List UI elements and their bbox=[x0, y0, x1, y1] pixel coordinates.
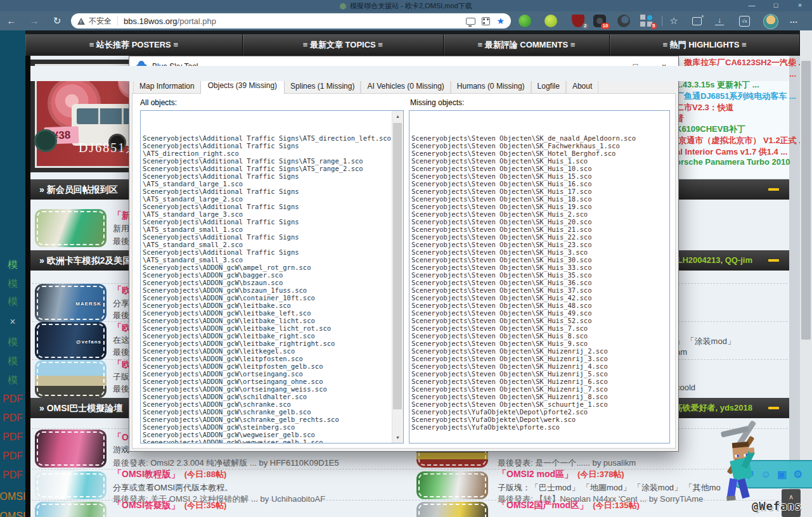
object-path-item[interactable]: Sceneryobjects\Additional Traffic Signs bbox=[143, 172, 390, 180]
missing-object-path-item[interactable]: Sceneryobjects\Steven Objecten\SK_Huis_2… bbox=[411, 226, 667, 233]
scroll-up-arrow[interactable]: ▲ bbox=[392, 111, 403, 122]
object-path-item[interactable]: Sceneryobjects\Additional Traffic Signs\… bbox=[143, 157, 390, 165]
portal-text[interactable]: 最後 bbox=[113, 383, 129, 395]
missing-object-path-item[interactable]: Sceneryobjects\Steven Objecten\SK_Huis_1… bbox=[411, 195, 667, 203]
forum-title[interactable]: 「OMSI2 mod區」(今日:378帖) bbox=[498, 469, 624, 480]
forum-thumbnail[interactable] bbox=[35, 430, 106, 468]
dialog-tab[interactable]: Map Information bbox=[133, 79, 201, 93]
forum-thumbnail[interactable] bbox=[35, 502, 106, 517]
missing-object-path-item[interactable]: Sceneryobjects\YufaObjekte\pforte.sco bbox=[411, 423, 667, 431]
missing-object-path-item[interactable]: Sceneryobjects\Steven Objecten\SK_Huizen… bbox=[411, 370, 667, 378]
portal-text[interactable]: 最後 bbox=[113, 236, 129, 247]
forum-title-link[interactable]: 「OMSI答疑版」 bbox=[113, 500, 180, 510]
missing-object-path-item[interactable]: Sceneryobjects\Steven Objecten\SK_Huis_2… bbox=[411, 218, 667, 226]
portal-nav-item[interactable]: ≡ 站长推荐 POSTERS ≡ bbox=[25, 34, 243, 56]
object-path-item[interactable]: Sceneryobjects\ADDON_gcW\ortseingang_wei… bbox=[143, 385, 390, 393]
missing-object-path-item[interactable]: Sceneryobjects\Steven Objecten\SK_Huis_8… bbox=[411, 332, 667, 340]
forum-title-link[interactable]: 「OMSI2国产mod区」 bbox=[498, 500, 588, 510]
object-path-item[interactable]: \ATS_standard_large_1.sco bbox=[143, 180, 390, 188]
missing-object-path-item[interactable]: Sceneryobjects\Steven Objecten\SK_Huis_3… bbox=[411, 279, 667, 286]
collapse-icon[interactable] bbox=[768, 259, 779, 262]
missing-object-path-item[interactable]: Sceneryobjects\Steven Objecten\SK_de_naa… bbox=[411, 134, 667, 142]
object-path-item[interactable]: Sceneryobjects\ADDON_gcW\ortseingang.sco bbox=[143, 370, 390, 378]
missing-object-path-item[interactable]: Sceneryobjects\Steven Objecten\SK_Huis_1… bbox=[411, 172, 667, 180]
missing-object-path-item[interactable]: Sceneryobjects\YufaObjekte\Depot\pforte2… bbox=[411, 408, 667, 416]
object-path-item[interactable]: Sceneryobjects\ADDON_gcW\container_10ft.… bbox=[143, 294, 390, 302]
missing-object-path-item[interactable]: Sceneryobjects\Steven Objecten\SK_Huis_5… bbox=[411, 317, 667, 324]
object-path-item[interactable]: Sceneryobjects\ADDON_gcW\ortseingang_ohn… bbox=[143, 378, 390, 385]
missing-object-path-item[interactable]: Sceneryobjects\Steven Objecten\SK_Huis_3… bbox=[411, 256, 667, 264]
portal-text[interactable]: 厂鱼通DJ6851系列纯电动客车 ... bbox=[676, 91, 796, 102]
portal-text[interactable]: -京通市（虚拟北京市） V1.2正式 ... bbox=[676, 135, 806, 146]
object-path-item[interactable]: Sceneryobjects\ADDON_gcW\schranke_gelb_r… bbox=[143, 416, 390, 423]
object-path-item[interactable]: Sceneryobjects\Additional Traffic Signs bbox=[143, 248, 390, 256]
vertical-tab-item[interactable] bbox=[0, 124, 25, 139]
collapse-icon[interactable] bbox=[768, 188, 779, 191]
vertical-tab-item[interactable]: 模 bbox=[0, 257, 25, 272]
missing-object-path-item[interactable]: Sceneryobjects\Steven Objecten\SK_Huis_4… bbox=[411, 309, 667, 317]
missing-object-path-item[interactable]: Sceneryobjects\Steven Objecten\SK_Huis_1… bbox=[411, 165, 667, 172]
missing-object-path-item[interactable]: Sceneryobjects\Steven Objecten\SK_Huizen… bbox=[411, 378, 667, 385]
extension-shield-icon[interactable]: 2 bbox=[572, 15, 584, 27]
forum-title[interactable]: 「OMSI教程版」(今日:88帖) bbox=[113, 469, 226, 480]
missing-objects-listbox[interactable]: Sceneryobjects\Steven Objecten\SK_de_naa… bbox=[409, 110, 670, 444]
download-icon[interactable]: ↓ bbox=[715, 16, 724, 25]
page-scrollbar-thumb[interactable] bbox=[801, 61, 811, 340]
collapse-icon[interactable] bbox=[768, 407, 779, 409]
missing-object-path-item[interactable]: Sceneryobjects\Steven Objecten\SK_Huizen… bbox=[411, 347, 667, 355]
missing-object-path-item[interactable]: Sceneryobjects\Steven Objecten\SK_Huis_1… bbox=[411, 188, 667, 195]
forum-thumbnail[interactable] bbox=[416, 471, 488, 499]
address-bar[interactable]: ! 不安全 bbs.18wos.org/portal.php ★ bbox=[71, 13, 511, 29]
object-path-item[interactable]: Sceneryobjects\ADDON_gcW\bszaun.sco bbox=[143, 279, 390, 286]
missing-object-path-item[interactable]: Sceneryobjects\Steven Objecten\SK_Huis_2… bbox=[411, 241, 667, 248]
extension-squares-icon[interactable]: 5 bbox=[640, 15, 653, 27]
vertical-tab-item[interactable] bbox=[0, 163, 25, 179]
vertical-tab-item[interactable] bbox=[0, 144, 25, 160]
math-solver-icon[interactable]: √x bbox=[739, 16, 750, 27]
forward-button[interactable]: → bbox=[27, 11, 42, 30]
object-path-item[interactable]: Sceneryobjects\Additional Traffic Signs\… bbox=[143, 134, 390, 142]
missing-object-path-item[interactable]: Sceneryobjects\Steven Objecten\SK_Fachwe… bbox=[411, 142, 667, 150]
object-path-item[interactable]: Sceneryobjects\ADDON_gcW\leitkegel.sco bbox=[143, 347, 390, 355]
favorites-icon[interactable]: ☆ bbox=[666, 11, 682, 30]
object-path-item[interactable]: Sceneryobjects\ADDON_gcW\leitbake_rightr… bbox=[143, 340, 390, 347]
vertical-tab-item[interactable]: 模 bbox=[0, 354, 25, 369]
object-path-item[interactable]: Sceneryobjects\ADDON_gcW\schranke.sco bbox=[143, 400, 390, 408]
vertical-tab-item[interactable]: PDF bbox=[0, 468, 25, 483]
missing-object-path-item[interactable]: Sceneryobjects\Steven Objecten\SK_Huis_3… bbox=[411, 271, 667, 279]
section-title[interactable]: » 新会员回帖报到区 bbox=[39, 179, 118, 200]
dialog-tab[interactable]: Logfile bbox=[531, 79, 566, 93]
portal-text[interactable]: orsche Panamera Turbo 2010 bbox=[676, 157, 790, 167]
send-to-devices-icon[interactable] bbox=[466, 18, 475, 25]
object-path-item[interactable]: \ATS_standard_small_3.sco bbox=[143, 256, 390, 264]
missing-object-path-item[interactable]: Sceneryobjects\Steven Objecten\SK_Huis_2… bbox=[411, 233, 667, 241]
missing-object-path-item[interactable]: Sceneryobjects\Steven Objecten\SK_Huis_1… bbox=[411, 203, 667, 210]
vertical-tab-item[interactable]: 模 bbox=[0, 335, 25, 350]
object-path-item[interactable]: Sceneryobjects\Additional Traffic Signs bbox=[143, 142, 390, 150]
vertical-tab-item[interactable]: PDF bbox=[0, 449, 25, 464]
portal-text[interactable]: 最後 bbox=[113, 310, 129, 321]
vertical-tab-item[interactable]: OMSI bbox=[0, 489, 25, 504]
missing-object-path-item[interactable]: Sceneryobjects\Steven Objecten\SK_Huizen… bbox=[411, 385, 667, 393]
dialog-tab[interactable]: AI Vehicles (0 Missing) bbox=[361, 79, 450, 93]
extension-box-icon[interactable]: 10 bbox=[593, 15, 606, 27]
missing-object-path-item[interactable]: Sceneryobjects\Steven Objecten\SK_Huis_1… bbox=[411, 157, 667, 165]
portal-text[interactable]: 游戏 bbox=[113, 444, 129, 456]
portal-text[interactable]: 最後發表: 是一个一个...... by pusalikm bbox=[498, 457, 636, 469]
portal-text[interactable]: 二市V2.3：快道 bbox=[676, 102, 734, 113]
extension-crescent-icon[interactable] bbox=[617, 15, 630, 27]
object-path-item[interactable]: Sceneryobjects\ADDON_gcW\leitbake.sco bbox=[143, 302, 390, 309]
object-path-item[interactable]: Sceneryobjects\ADDON_gcW\leitbake_licht_… bbox=[143, 324, 390, 332]
portal-text[interactable]: al Interior Cams v1.7 供1.4 ... bbox=[676, 146, 787, 158]
collections-icon[interactable] bbox=[692, 17, 702, 25]
portal-text[interactable]: 新用 bbox=[113, 223, 129, 234]
url-text[interactable]: bbs.18wos.org/portal.php bbox=[124, 16, 460, 26]
section-title[interactable]: » OMSI巴士模擬論壇 bbox=[39, 398, 122, 418]
vertical-tab-item[interactable]: OMSI bbox=[0, 509, 25, 517]
forum-title[interactable]: 「OMSI答疑版」(今日:35帖) bbox=[113, 500, 226, 511]
forum-thumbnail[interactable]: MAERSK bbox=[35, 284, 106, 322]
object-path-item[interactable]: Sceneryobjects\ADDON_gcW\schranke_gelb.s… bbox=[143, 408, 390, 416]
object-path-item[interactable]: Sceneryobjects\ADDON_gcW\bszaun_1fuss.sc… bbox=[143, 286, 390, 294]
missing-object-path-item[interactable]: Sceneryobjects\Steven Objecten\SK_Huis_4… bbox=[411, 302, 667, 309]
vertical-tab-item[interactable] bbox=[0, 201, 25, 217]
